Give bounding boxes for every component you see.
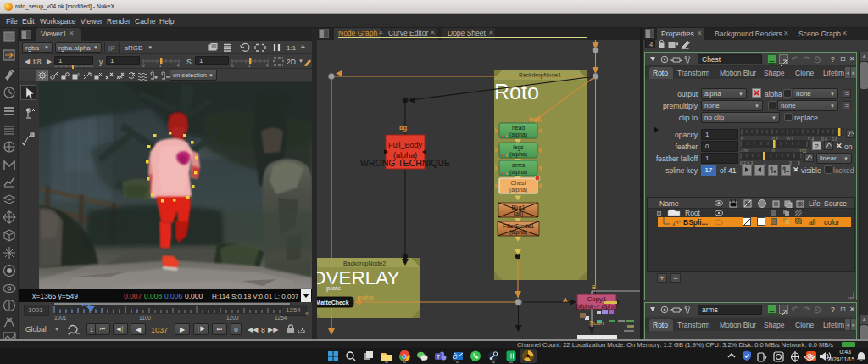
svg-text:bg: bg xyxy=(399,124,408,132)
svg-text:matte: matte xyxy=(357,294,374,301)
svg-text:MatteCheck: MatteCheck xyxy=(317,300,349,305)
svg-text:4: 4 xyxy=(266,64,269,67)
svg-text:BackdropNode2: BackdropNode2 xyxy=(343,260,386,267)
svg-text:T: T xyxy=(437,354,440,360)
svg-text:1: 1 xyxy=(77,72,81,77)
svg-text:(alpha -> alpha): (alpha -> alpha) xyxy=(576,303,617,310)
svg-text:(alpha): (alpha) xyxy=(509,229,527,236)
svg-text:Chest: Chest xyxy=(511,180,526,186)
svg-text:Scan: Scan xyxy=(589,319,604,327)
svg-text:4: 4 xyxy=(177,64,180,67)
svg-text:B: B xyxy=(592,283,597,291)
svg-text:BackdropNode1: BackdropNode1 xyxy=(519,72,561,79)
svg-text:0: 0 xyxy=(231,64,234,67)
svg-text:WRONG TECHNIQUE: WRONG TECHNIQUE xyxy=(360,158,450,168)
svg-text:1:1: 1:1 xyxy=(287,44,297,52)
svg-text:FilterErode1: FilterErode1 xyxy=(503,223,534,229)
svg-text:(all): (all) xyxy=(514,210,523,217)
svg-text:arms: arms xyxy=(512,162,526,168)
svg-text:plate: plate xyxy=(326,284,342,292)
svg-text:(alpha): (alpha) xyxy=(509,132,527,138)
svg-text:0: 0 xyxy=(142,64,145,67)
svg-text:Roto: Roto xyxy=(494,80,539,104)
svg-text:(alpha): (alpha) xyxy=(509,151,527,158)
svg-text:legs: legs xyxy=(513,144,524,151)
svg-text:A: A xyxy=(563,296,568,304)
svg-text:(alpha): (alpha) xyxy=(509,187,527,193)
svg-text:Full_Body: Full_Body xyxy=(388,141,423,149)
svg-text:head: head xyxy=(512,125,525,131)
svg-text:O: O xyxy=(453,354,457,360)
svg-text:1037: 1037 xyxy=(81,303,94,307)
svg-text:5: 5 xyxy=(798,160,800,165)
svg-text:(alpha): (alpha) xyxy=(509,169,527,176)
svg-text:bg: bg xyxy=(529,115,537,123)
svg-text:Blur1: Blur1 xyxy=(512,204,526,210)
